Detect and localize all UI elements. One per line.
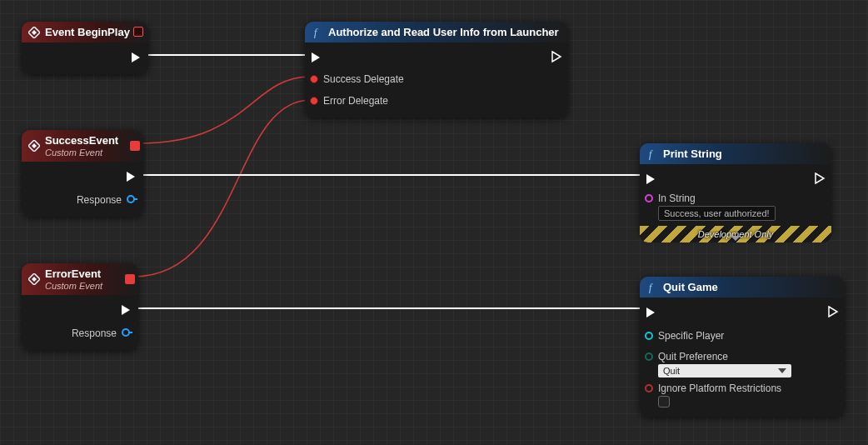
exec-out-pin[interactable] [551,51,563,65]
node-header: f Authorize and Read User Info from Laun… [305,22,568,42]
node-title: Authorize and Read User Info from Launch… [328,26,559,38]
svg-text:f: f [649,282,653,293]
node-subtitle: Custom Event [45,148,118,158]
event-icon [28,27,40,38]
exec-in-pin[interactable] [312,52,320,62]
ignore-platform-checkbox[interactable] [658,396,670,408]
chevron-down-icon [778,368,786,373]
select-value: Quit [663,366,680,376]
bool-pin-icon[interactable] [645,384,653,392]
function-icon: f [312,27,323,38]
exec-out-pin[interactable] [815,172,826,187]
node-error-event[interactable]: ErrorEvent Custom Event Response [22,263,138,350]
exec-out-pin[interactable] [122,305,130,315]
node-event-begin-play[interactable]: Event BeginPlay [22,22,148,74]
node-header: f Quit Game [640,277,845,298]
function-icon: f [646,282,658,293]
exec-in-pin[interactable] [646,308,655,318]
delegate-output-icon[interactable] [125,274,135,284]
node-header: SuccessEvent Custom Event [22,130,143,162]
string-pin-icon[interactable] [645,194,653,202]
node-title: Print String [663,148,722,160]
svg-text:f: f [314,27,318,38]
node-success-event[interactable]: SuccessEvent Custom Event Response [22,130,143,217]
node-header: f Print String [640,143,831,164]
object-pin-icon[interactable] [645,332,653,340]
node-quit-game[interactable]: f Quit Game Specific Player Quit Prefere… [640,277,845,417]
exec-out-pin[interactable] [132,52,140,62]
input-label: Specific Player [658,330,724,342]
svg-point-1 [127,196,134,202]
delegate-pin-icon[interactable] [310,75,318,83]
overridable-chip-icon [133,27,143,37]
svg-point-2 [122,329,129,336]
enum-pin-icon[interactable] [645,352,653,361]
event-icon [28,273,40,285]
delegate-pin-icon[interactable] [310,97,318,105]
node-title: Quit Game [663,281,718,293]
quit-preference-select[interactable]: Quit [658,364,791,378]
exec-in-pin[interactable] [646,174,655,184]
output-label: Response [72,328,117,339]
input-label: Quit Preference [658,351,791,362]
node-title: SuccessEvent [45,134,118,147]
node-authorize[interactable]: f Authorize and Read User Info from Laun… [305,22,568,118]
function-icon: f [646,148,658,160]
input-label: In String [658,192,776,204]
node-print-string[interactable]: f Print String In String Success, user a… [640,143,831,236]
input-label: Error Delegate [323,95,388,107]
delegate-output-icon[interactable] [130,141,140,151]
data-out-pin[interactable] [122,328,133,340]
output-label: Response [77,194,122,206]
data-out-pin[interactable] [127,194,138,207]
input-label: Ignore Platform Restrictions [658,382,781,394]
svg-text:f: f [649,148,653,160]
node-subtitle: Custom Event [45,281,102,291]
expand-arrow-icon[interactable] [731,236,741,241]
exec-out-pin[interactable] [127,172,135,182]
in-string-value[interactable]: Success, user authorized! [658,206,776,221]
node-header: ErrorEvent Custom Event [22,263,138,295]
node-title: ErrorEvent [45,268,102,280]
node-header: Event BeginPlay [22,22,148,42]
event-icon [28,140,40,152]
input-label: Success Delegate [323,73,404,85]
node-title: Event BeginPlay [45,26,130,38]
exec-out-pin[interactable] [828,306,840,320]
